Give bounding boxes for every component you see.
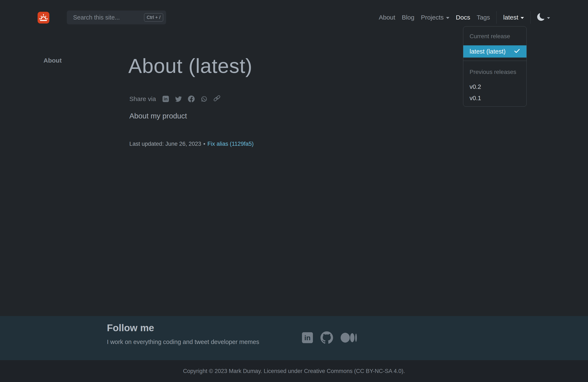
- twitter-icon[interactable]: [175, 96, 182, 102]
- navbar-divider: [496, 11, 497, 24]
- article-body: About my product: [129, 112, 187, 120]
- last-updated: Last updated: June 26, 2023•Fix alias (1…: [129, 141, 254, 147]
- whatsapp-icon[interactable]: [201, 96, 208, 102]
- nav-item-docs[interactable]: Docs: [456, 14, 470, 21]
- page: Ctrl + / About Blog Projects Docs Tags l…: [0, 0, 588, 382]
- menu-header-current: Current release: [463, 31, 526, 42]
- navbar-divider: [530, 11, 531, 24]
- footer: [0, 316, 588, 360]
- commit-link[interactable]: Fix alias (1129fa5): [208, 141, 254, 147]
- theme-toggle[interactable]: [537, 13, 550, 22]
- nav-item-projects[interactable]: Projects: [421, 14, 449, 21]
- github-icon[interactable]: [320, 331, 333, 344]
- site-logo[interactable]: [38, 12, 49, 23]
- site-search: Ctrl + /: [67, 10, 166, 24]
- chevron-down-icon: [521, 17, 524, 19]
- footer-subtitle: I work on everything coding and tweet de…: [107, 339, 259, 345]
- sidebar-item-about[interactable]: About: [43, 57, 62, 64]
- menu-item-v0-1[interactable]: v0.1: [463, 92, 526, 104]
- chevron-down-icon: [547, 17, 550, 19]
- facebook-icon[interactable]: [188, 96, 195, 102]
- main-navigation: About Blog Projects Docs Tags latest: [379, 10, 550, 24]
- menu-header-previous: Previous releases: [463, 67, 526, 77]
- search-input[interactable]: [73, 14, 144, 21]
- nav-item-tags[interactable]: Tags: [477, 14, 490, 21]
- last-updated-label: Last updated: June 26, 2023: [129, 141, 201, 147]
- nav-item-about[interactable]: About: [379, 14, 395, 21]
- copyright-text: Copyright © 2023 Mark Dumay. Licensed un…: [183, 368, 405, 374]
- linkedin-icon[interactable]: in: [162, 96, 169, 102]
- nav-item-blog[interactable]: Blog: [402, 14, 414, 21]
- menu-item-v0-2[interactable]: v0.2: [463, 81, 526, 92]
- version-dropdown-menu: Current release latest (latest) Previous…: [463, 26, 527, 107]
- moon-icon: [537, 13, 545, 22]
- search-shortcut-hint: Ctrl + /: [144, 13, 163, 22]
- bullet-separator: •: [203, 141, 205, 147]
- share-label: Share via: [129, 95, 156, 103]
- page-title: About (latest): [128, 54, 252, 78]
- medium-icon[interactable]: [341, 332, 357, 343]
- version-dropdown-toggle[interactable]: latest: [503, 14, 524, 21]
- footer-title: Follow me: [107, 322, 154, 334]
- menu-item-latest[interactable]: latest (latest): [463, 45, 526, 58]
- linkedin-icon[interactable]: in: [302, 332, 313, 343]
- chevron-down-icon: [446, 17, 449, 19]
- link-icon[interactable]: [213, 95, 221, 103]
- sunrise-icon: [39, 12, 48, 23]
- footer-social-links: in: [302, 331, 357, 344]
- copyright-bar: Copyright © 2023 Mark Dumay. Licensed un…: [0, 360, 588, 382]
- check-icon: [514, 48, 520, 55]
- share-row: Share via in: [129, 94, 221, 104]
